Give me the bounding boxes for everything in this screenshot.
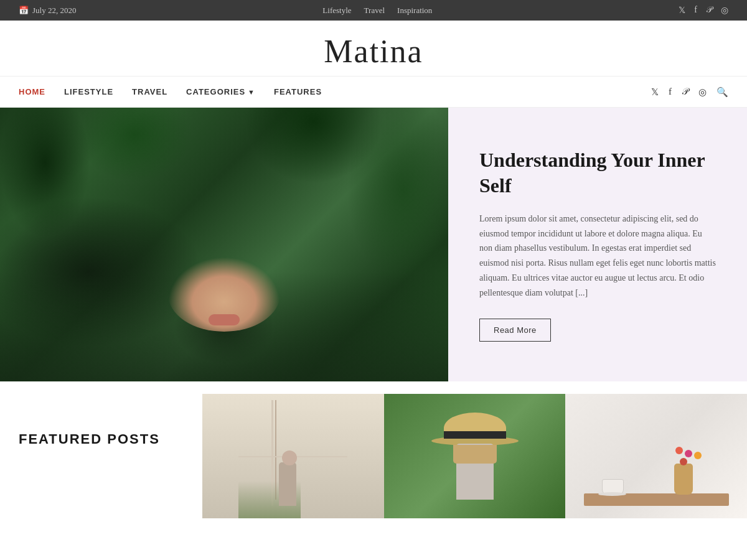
- flower-3: [694, 452, 702, 459]
- lips-element: [209, 314, 240, 325]
- site-logo[interactable]: Matina: [19, 33, 728, 70]
- post-image-2: [384, 394, 566, 518]
- post-image-1: [202, 394, 384, 518]
- nav-home[interactable]: HOME: [19, 87, 45, 96]
- top-nav-travel[interactable]: Travel: [364, 6, 385, 16]
- top-bar: 📅 July 22, 2020 Lifestyle Travel Inspira…: [0, 0, 747, 21]
- nav-travel[interactable]: TRAVEL: [132, 87, 167, 96]
- top-nav-inspiration[interactable]: Inspiration: [397, 6, 432, 16]
- hero-photo: [0, 108, 448, 381]
- hat-band: [444, 431, 506, 439]
- featured-title: FEATURED POSTS: [19, 431, 184, 447]
- site-header: Matina: [0, 21, 747, 77]
- nav-categories-label: CATEGORIES: [186, 87, 245, 96]
- flower-1: [675, 447, 683, 454]
- chevron-down-icon: ▼: [248, 88, 255, 96]
- featured-post-1[interactable]: [202, 394, 384, 518]
- top-nav-lifestyle[interactable]: Lifestyle: [322, 6, 351, 16]
- featured-post-3[interactable]: [565, 394, 747, 518]
- main-nav-items: HOME LIFESTYLE TRAVEL CATEGORIES ▼ FEATU…: [19, 87, 322, 96]
- top-nav: Lifestyle Travel Inspiration: [322, 6, 432, 16]
- twitter-icon[interactable]: 𝕏: [679, 5, 685, 16]
- nav-lifestyle[interactable]: LIFESTYLE: [64, 87, 113, 96]
- nav-instagram-icon[interactable]: ◎: [698, 86, 707, 98]
- featured-posts-grid: [202, 394, 747, 518]
- flower-4: [680, 458, 687, 465]
- nav-social-icons: 𝕏 f 𝒫 ◎ 🔍: [651, 86, 728, 98]
- featured-post-2[interactable]: [384, 394, 566, 518]
- flowers: [672, 447, 703, 472]
- read-more-button[interactable]: Read More: [479, 319, 551, 342]
- date-text: July 22, 2020: [32, 6, 76, 16]
- date-display: 📅 July 22, 2020: [19, 6, 76, 16]
- calendar-icon: 📅: [19, 6, 29, 16]
- nav-twitter-icon[interactable]: 𝕏: [651, 86, 659, 98]
- nav-facebook-icon[interactable]: f: [669, 86, 672, 97]
- facebook-icon[interactable]: f: [694, 5, 697, 16]
- hero-title: Understanding Your Inner Self: [479, 147, 716, 199]
- search-icon[interactable]: 🔍: [716, 86, 728, 98]
- hero-section: Understanding Your Inner Self Lorem ipsu…: [0, 108, 747, 381]
- instagram-icon[interactable]: ◎: [721, 5, 728, 16]
- nav-features[interactable]: FEATURES: [274, 87, 322, 96]
- pinterest-icon[interactable]: 𝒫: [706, 5, 712, 16]
- main-nav: HOME LIFESTYLE TRAVEL CATEGORIES ▼ FEATU…: [0, 77, 747, 108]
- nav-categories[interactable]: CATEGORIES ▼: [186, 87, 255, 96]
- featured-label: FEATURED POSTS: [0, 394, 202, 485]
- top-social: 𝕏 f 𝒫 ◎: [679, 5, 728, 16]
- hero-content: Understanding Your Inner Self Lorem ipsu…: [448, 108, 747, 381]
- featured-section: FEATURED POSTS: [0, 381, 747, 518]
- flower-2: [685, 450, 692, 457]
- hero-excerpt: Lorem ipsum dolor sit amet, consectetur …: [479, 212, 716, 301]
- nav-pinterest-icon[interactable]: 𝒫: [682, 86, 688, 97]
- post-image-3: [565, 394, 747, 518]
- hero-image: [0, 108, 448, 381]
